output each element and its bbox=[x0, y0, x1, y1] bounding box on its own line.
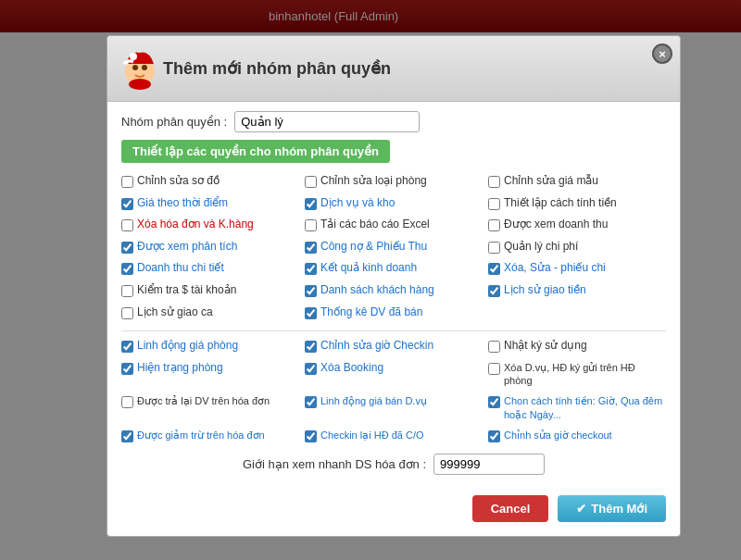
perm-checkbox-q9[interactable] bbox=[488, 396, 500, 408]
perm-checkbox-q10[interactable] bbox=[121, 430, 133, 442]
perm-checkbox-q3[interactable] bbox=[488, 341, 500, 353]
perm-item: Kiểm tra $ tài khoản bbox=[121, 281, 299, 300]
svg-point-1 bbox=[129, 79, 151, 90]
svg-point-2 bbox=[130, 53, 137, 60]
avatar bbox=[117, 45, 163, 92]
perm-label-q4: Hiện trạng phòng bbox=[137, 361, 223, 376]
submit-button[interactable]: ✔ Thêm Mới bbox=[558, 495, 666, 522]
perm-checkbox-p8[interactable] bbox=[305, 219, 317, 231]
perm-label-p4: Giá theo thời điểm bbox=[137, 196, 228, 211]
perm-label-p2: Chỉnh sửa loại phòng bbox=[320, 174, 427, 189]
perm-item: Chỉnh sửa giờ Checkin bbox=[305, 337, 483, 355]
perm-checkbox-q6[interactable] bbox=[488, 363, 500, 375]
perm-checkbox-p9[interactable] bbox=[488, 219, 500, 231]
group-input[interactable] bbox=[234, 111, 420, 132]
perm-item: Nhật ký sử dụng bbox=[488, 337, 666, 355]
perm-label-p7: Xóa hóa đơn và K.hàng bbox=[137, 218, 254, 232]
perm-item bbox=[488, 304, 666, 322]
perm-checkbox-p6[interactable] bbox=[488, 198, 500, 210]
perm-label-p9: Được xem doanh thu bbox=[504, 218, 608, 232]
perm-label-q5: Xóa Booking bbox=[320, 361, 383, 376]
perm-item: Hiện trạng phòng bbox=[121, 359, 299, 390]
perm-item: Xóa Booking bbox=[305, 359, 483, 390]
perm-checkbox-p15[interactable] bbox=[488, 263, 500, 275]
perm-checkbox-q2[interactable] bbox=[305, 341, 317, 353]
perm-label-q11: Checkin lại HĐ đã C/O bbox=[320, 429, 424, 442]
perm-checkbox-p17[interactable] bbox=[305, 285, 317, 297]
perm-checkbox-q4[interactable] bbox=[121, 363, 133, 375]
perm-checkbox-p18[interactable] bbox=[488, 285, 500, 297]
modal-title: Thêm mới nhóm phân quyền bbox=[163, 58, 391, 79]
perm-label-q2: Chỉnh sửa giờ Checkin bbox=[320, 339, 433, 354]
perm-item: Công nợ & Phiếu Thu bbox=[305, 238, 483, 256]
perm-item: Linh động giá phòng bbox=[121, 337, 299, 355]
perm-checkbox-p16[interactable] bbox=[121, 285, 133, 297]
perm-checkbox-p7[interactable] bbox=[121, 219, 133, 231]
modal-dialog: Thêm mới nhóm phân quyền × Nhóm phân quy… bbox=[107, 35, 681, 537]
perm-label-p17: Danh sách khách hàng bbox=[320, 283, 434, 298]
perm-item: Chỉnh sửa loại phòng bbox=[305, 172, 483, 191]
perm-item: Lịch sử giao ca bbox=[121, 304, 299, 322]
perm-item: Linh động giá bán D.vụ bbox=[305, 392, 483, 423]
perm-item: Danh sách khách hàng bbox=[305, 281, 483, 300]
perm-checkbox-p10[interactable] bbox=[121, 242, 133, 254]
checkmark-icon: ✔ bbox=[576, 502, 586, 516]
perm-checkbox-p20[interactable] bbox=[305, 307, 317, 319]
perm-checkbox-q11[interactable] bbox=[305, 430, 317, 442]
modal-header: Thêm mới nhóm phân quyền × bbox=[107, 36, 680, 102]
modal-footer: Cancel ✔ Thêm Mới bbox=[107, 495, 680, 522]
cancel-button[interactable]: Cancel bbox=[472, 495, 549, 522]
perm-label-p6: Thiết lập cách tính tiền bbox=[504, 196, 617, 211]
perm-item: Chỉnh sửa giờ checkout bbox=[488, 427, 666, 444]
perm-checkbox-p3[interactable] bbox=[488, 176, 500, 188]
perm-checkbox-q5[interactable] bbox=[305, 363, 317, 375]
perm-label-p12: Quản lý chi phí bbox=[504, 240, 578, 255]
perm-label-p1: Chỉnh sửa sơ đồ bbox=[137, 174, 220, 189]
limit-label: Giới hạn xem nhanh DS hóa đơn : bbox=[243, 457, 426, 471]
perm-item: Kết quả kinh doanh bbox=[305, 259, 483, 278]
perm-label-p20: Thống kê DV đã bán bbox=[320, 305, 422, 320]
perm-checkbox-q8[interactable] bbox=[305, 396, 317, 408]
perm-checkbox-q12[interactable] bbox=[488, 430, 500, 442]
perm-checkbox-p14[interactable] bbox=[305, 263, 317, 275]
permissions-grid-2: Linh động giá phòng Chỉnh sửa giờ Checki… bbox=[121, 337, 666, 444]
close-button[interactable]: × bbox=[652, 44, 672, 64]
perm-label-p10: Được xem phân tích bbox=[137, 240, 237, 255]
perm-checkbox-q1[interactable] bbox=[121, 341, 133, 353]
perm-checkbox-p1[interactable] bbox=[121, 176, 133, 188]
divider bbox=[121, 330, 666, 331]
perm-label-q3: Nhật ký sử dụng bbox=[504, 339, 587, 354]
perm-checkbox-p19[interactable] bbox=[121, 307, 133, 319]
perm-label-q6: Xóa D.vụ, HĐ ký gửi trên HĐ phòng bbox=[504, 361, 666, 388]
perm-checkbox-p12[interactable] bbox=[488, 242, 500, 254]
perm-label-q7: Được trả lại DV trên hóa đơn bbox=[137, 394, 270, 407]
perm-label-q12: Chỉnh sửa giờ checkout bbox=[504, 429, 612, 442]
perm-checkbox-q7[interactable] bbox=[121, 396, 133, 408]
perm-item: Chỉnh sửa sơ đồ bbox=[121, 172, 299, 191]
perm-item: Chon cách tính tiền: Giờ, Qua đêm hoặc N… bbox=[488, 392, 666, 423]
perm-item: Lịch sử giao tiền bbox=[488, 281, 666, 300]
perm-item: Được xem phân tích bbox=[121, 238, 299, 256]
perm-checkbox-p2[interactable] bbox=[305, 176, 317, 188]
svg-point-4 bbox=[142, 65, 147, 70]
perm-label-q1: Linh động giá phòng bbox=[137, 339, 238, 354]
perm-checkbox-p13[interactable] bbox=[121, 263, 133, 275]
perm-checkbox-p5[interactable] bbox=[305, 198, 317, 210]
group-name-row: Nhóm phân quyền : bbox=[121, 111, 666, 132]
perm-item: Quản lý chi phí bbox=[488, 238, 666, 256]
limit-input[interactable] bbox=[433, 454, 545, 475]
perm-item: Tải các báo cáo Excel bbox=[305, 216, 483, 234]
perm-label-p13: Doanh thu chi tiết bbox=[137, 261, 224, 276]
perm-checkbox-p4[interactable] bbox=[121, 198, 133, 210]
section-header: Thiết lập các quyền cho nhóm phân quyền bbox=[121, 140, 666, 172]
perm-label-p15: Xóa, Sửa - phiếu chi bbox=[504, 261, 606, 276]
submit-label: Thêm Mới bbox=[591, 502, 647, 516]
perm-item: Chỉnh sửa giá mẫu bbox=[488, 172, 666, 191]
perm-label-p16: Kiểm tra $ tài khoản bbox=[137, 283, 236, 298]
perm-checkbox-p11[interactable] bbox=[305, 242, 317, 254]
perm-item: Doanh thu chi tiết bbox=[121, 259, 299, 278]
perm-label-p5: Dịch vụ và kho bbox=[320, 196, 395, 211]
perm-label-p14: Kết quả kinh doanh bbox=[320, 261, 417, 276]
perm-item: Xóa hóa đơn và K.hàng bbox=[121, 216, 299, 234]
perm-label-p11: Công nợ & Phiếu Thu bbox=[320, 240, 427, 255]
